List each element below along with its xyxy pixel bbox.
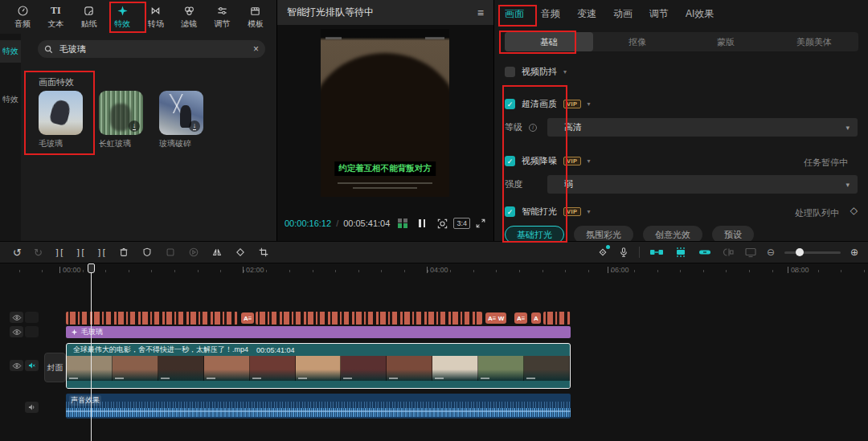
audio-level-meter-icon[interactable] <box>398 218 407 228</box>
timeline: 00:00 02:00 04:00 06:00 08:00 封面 A≡ A <box>0 263 868 441</box>
text-clip-badge[interactable]: A≡ <box>514 312 527 324</box>
capcut-window: 音频 TI 文本 贴纸 特效 转场 <box>0 0 868 441</box>
keyframe-pen-icon[interactable] <box>597 247 608 258</box>
film-frame <box>113 356 158 381</box>
subtitle-clips-segment[interactable] <box>543 312 571 325</box>
text-clip-badge[interactable]: A≡ W <box>485 312 506 324</box>
redo-button[interactable]: ↻ <box>34 247 43 258</box>
row-hd-quality: ✓ 超清画质 VIP ▾ <box>505 98 591 110</box>
subtab-cutout[interactable]: 抠像 <box>593 32 682 51</box>
chip-basic-light[interactable]: 基础打光 <box>505 226 564 241</box>
subtab-mask[interactable]: 蒙版 <box>682 32 770 51</box>
strength-label: 强度 <box>505 178 522 190</box>
freeze-frame-button[interactable] <box>141 247 153 258</box>
crop-button[interactable] <box>258 247 269 258</box>
denoise-strength-dropdown[interactable]: 弱 ▾ <box>547 175 858 194</box>
frame-focus-icon[interactable] <box>436 218 448 230</box>
video-track-visibility-toggle[interactable] <box>10 360 23 371</box>
delete-button[interactable] <box>118 247 129 258</box>
chevron-down-icon[interactable]: ▾ <box>563 68 567 76</box>
toolbar-item-text[interactable]: TI 文本 <box>39 4 72 30</box>
rail-item-body-effects[interactable]: 特效 <box>0 88 21 111</box>
zoom-out-icon[interactable]: ⊖ <box>767 247 775 257</box>
denoise-checkbox[interactable]: ✓ <box>505 156 515 166</box>
timeline-zoom-slider[interactable] <box>784 251 841 254</box>
link-clips-toggle[interactable] <box>698 247 712 258</box>
text-clip-badge[interactable]: A <box>531 312 541 324</box>
tab-picture[interactable]: 画面 <box>505 7 524 21</box>
relight-checkbox[interactable]: ✓ <box>505 206 515 217</box>
tab-speed[interactable]: 变速 <box>577 7 596 21</box>
tab-ai-effects[interactable]: AI效果 <box>686 7 714 21</box>
split-left-button[interactable]: ][ <box>76 247 84 258</box>
preview-menu-icon[interactable]: ≡ <box>477 6 484 19</box>
toolbar-item-sticker[interactable]: 贴纸 <box>73 4 105 30</box>
effect-thumbnail: ↓ <box>99 91 143 135</box>
mirror-button[interactable] <box>211 247 223 258</box>
split-right-button[interactable]: ][ <box>96 247 105 258</box>
toolbar-item-filter[interactable]: 滤镜 <box>173 4 205 30</box>
effect-track-visibility-toggle[interactable] <box>10 326 23 337</box>
hd-quality-checkbox[interactable]: ✓ <box>505 99 515 109</box>
playhead-line[interactable] <box>91 265 92 441</box>
effects-search-box[interactable]: × <box>38 40 265 58</box>
chevron-down-icon[interactable]: ▾ <box>588 157 591 165</box>
toolbar-item-transition[interactable]: 转场 <box>140 4 172 30</box>
play-reverse-button[interactable] <box>188 247 199 258</box>
video-track-mute-toggle[interactable] <box>25 360 39 371</box>
adapt-screen-icon[interactable] <box>744 247 757 258</box>
effect-card-frosted-glass[interactable]: 毛玻璃 <box>39 91 83 149</box>
toolbar-item-adjust[interactable]: 调节 <box>207 4 239 30</box>
chip-creative-light[interactable]: 创意光效 <box>643 226 702 241</box>
hd-level-dropdown[interactable]: 高清 ▾ <box>547 118 858 137</box>
preview-axis-toggle[interactable] <box>722 247 735 258</box>
rail-item-screen-effects[interactable]: 特效 <box>0 40 21 63</box>
toolbar-item-audio[interactable]: 音频 <box>6 4 39 30</box>
toolbar-item-template[interactable]: 模板 <box>240 4 272 30</box>
audio-track-mute-toggle[interactable] <box>25 402 39 413</box>
text-clip-badge[interactable]: A≡ <box>241 312 254 324</box>
subtab-basic[interactable]: 基础 <box>505 32 593 51</box>
chevron-down-icon[interactable]: ▾ <box>588 208 591 215</box>
effect-card-glass-shatter[interactable]: ↓ 玻璃破碎 <box>159 91 203 149</box>
split-button[interactable]: ][ <box>55 247 63 258</box>
rotate-button[interactable] <box>235 247 246 258</box>
cover-button[interactable]: 封面 <box>44 353 66 382</box>
playhead-handle[interactable] <box>88 263 95 273</box>
timeline-ruler[interactable]: 00:00 02:00 04:00 06:00 08:00 <box>0 265 868 276</box>
tab-animation[interactable]: 动画 <box>613 7 633 21</box>
stabilization-checkbox[interactable] <box>505 67 515 77</box>
tab-audio[interactable]: 音频 <box>541 7 560 21</box>
clear-search-icon[interactable]: × <box>253 44 259 54</box>
auto-snap-toggle[interactable] <box>649 247 664 258</box>
audio-clip[interactable]: 声音效果 <box>66 394 571 419</box>
undo-button[interactable]: ↺ <box>13 247 22 258</box>
search-input[interactable] <box>58 43 248 55</box>
subtitle-track-extra-toggle[interactable] <box>25 312 39 323</box>
tab-adjust[interactable]: 调节 <box>649 7 669 21</box>
linkage-toggle[interactable] <box>674 247 688 258</box>
pause-button[interactable] <box>419 219 425 227</box>
toolbar-item-effects[interactable]: 特效 <box>106 4 138 30</box>
video-clip[interactable]: 全球最伟大的电影，舍不得快进一秒，太解压了！.mp4 00:05:41:04 <box>66 343 571 389</box>
total-timecode: 00:05:41:04 <box>343 218 390 228</box>
aspect-ratio-button[interactable]: 3:4 <box>453 218 470 229</box>
timeline-toolbar: ↺ ↻ ][ ][ ][ <box>0 241 868 263</box>
effect-card-reeded-glass[interactable]: ↓ 长虹玻璃 <box>99 91 143 149</box>
effect-clip-frosted-glass[interactable]: 毛玻璃 <box>66 326 571 338</box>
zoom-slider-knob[interactable] <box>796 248 804 256</box>
chip-ambient-light[interactable]: 氛围彩光 <box>574 226 633 241</box>
mask-button[interactable] <box>165 247 176 258</box>
subtitle-clips-segment[interactable] <box>256 312 482 325</box>
row-hd-level: 等级 i <box>505 121 537 133</box>
zoom-in-icon[interactable]: ⊕ <box>850 247 858 257</box>
subtitle-clips-segment[interactable] <box>66 312 238 325</box>
subtitle-track-visibility-toggle[interactable] <box>10 312 23 323</box>
video-viewport[interactable]: 约定着互相不能背叛对方 <box>321 29 449 197</box>
subtab-beauty[interactable]: 美颜美体 <box>770 32 858 51</box>
chip-presets[interactable]: 预设 <box>712 226 754 241</box>
chevron-down-icon[interactable]: ▾ <box>588 100 591 108</box>
effect-track-extra-toggle[interactable] <box>25 326 39 337</box>
record-voiceover-icon[interactable] <box>618 247 629 258</box>
fullscreen-icon[interactable] <box>475 218 486 229</box>
